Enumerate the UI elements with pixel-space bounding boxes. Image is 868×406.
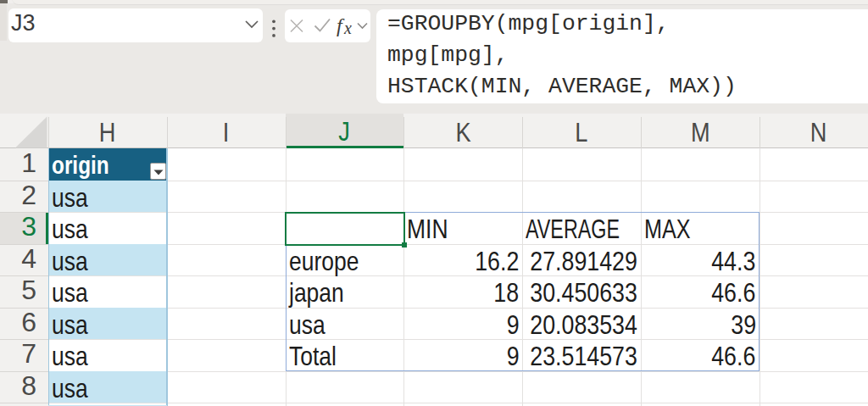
svg-text:x: x (343, 19, 352, 37)
